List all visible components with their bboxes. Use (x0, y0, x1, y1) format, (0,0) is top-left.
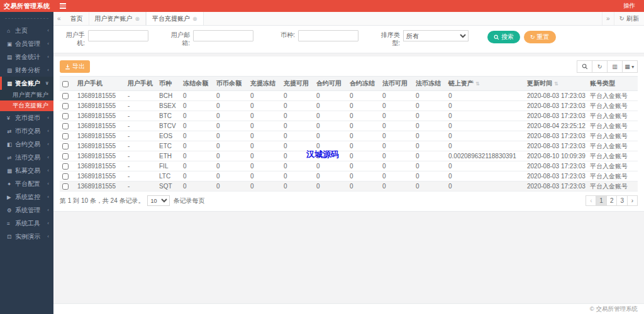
yen-icon: ¥ (7, 115, 15, 121)
row-checkbox[interactable] (62, 163, 69, 170)
sidebar-item-contract-trade[interactable]: ◧合约交易‹ (0, 138, 53, 151)
cell-phone2: - (126, 181, 158, 192)
sidebar-item-finance-analysis[interactable]: ▨财务分析‹ (0, 63, 53, 77)
cell-cz-frozen: 0 (249, 161, 282, 171)
sidebar-item-members[interactable]: ▣会员管理‹ (0, 37, 53, 50)
sort-icon[interactable]: ⇅ (554, 81, 558, 87)
sidebar-item-coin-trade[interactable]: ⇄币币交易‹ (0, 124, 53, 138)
cell-updated-at: 2020-08-10 10:09:39 (526, 151, 589, 161)
sidebar-item-fiat-trade[interactable]: ⇌法币交易‹ (0, 151, 53, 164)
cell-hy-avail: 0 (315, 91, 348, 101)
search-button[interactable]: 搜索 (487, 31, 520, 43)
tab-user-asset-accounts[interactable]: 用户资产账户⊗ (89, 12, 147, 25)
sidebar-item-platform-deposit-accounts[interactable]: 平台充提账户 (0, 100, 53, 111)
reset-button[interactable]: ↻ 重置 (524, 31, 556, 43)
sidebar-item-deposit-withdraw[interactable]: ¥充币提币‹ (0, 111, 53, 124)
sidebar-item-label: 合约交易 (15, 140, 40, 149)
cell-cz-avail: 0 (282, 151, 315, 161)
row-checkbox[interactable] (62, 93, 69, 99)
chevron-left-icon: ‹ (47, 220, 50, 226)
sidebar-item-fund-accounts[interactable]: ▦资金账户∨ (0, 77, 53, 90)
row-checkbox[interactable] (62, 123, 69, 129)
row-checkbox[interactable] (62, 153, 69, 160)
sidebar-item-platform-config[interactable]: ✦平台配置‹ (0, 177, 53, 190)
cell-cz-avail: 0 (282, 111, 315, 121)
column-header-label: 法币可用 (382, 80, 408, 87)
cell-cz-avail: 0 (282, 91, 315, 101)
tab-label: 平台充提账户 (152, 14, 190, 23)
cell-phone: 13689181555 (76, 121, 126, 131)
cell-hy-avail: 0 (315, 161, 348, 171)
sidebar-item-fund-stats[interactable]: ▤资金统计‹ (0, 50, 53, 63)
chevron-left-icon: ‹ (47, 28, 50, 33)
chevron-left-icon: ‹ (47, 168, 50, 173)
tab-platform-deposit-accounts[interactable]: 平台充提账户⊗ (146, 12, 204, 25)
table-body: 13689181555-BCH0000000002020-08-03 17:23… (60, 91, 638, 192)
export-button[interactable]: 导出 (60, 60, 90, 73)
pager-page-1[interactable]: 1 (596, 195, 607, 206)
sidebar-item-system-tools[interactable]: ≡系统工具‹ (0, 217, 53, 230)
cell-hy-avail: 0 (315, 141, 348, 151)
cell-coin: ETH (158, 151, 182, 161)
cell-cz-avail: 0 (282, 101, 315, 111)
tab-close-icon[interactable]: ⊗ (135, 16, 140, 22)
tab-list: 首页用户资产账户⊗平台充提账户⊗ (65, 12, 204, 25)
tab-home[interactable]: 首页 (65, 12, 89, 25)
chevron-left-icon: ‹ (47, 54, 50, 60)
filter-email-input[interactable] (193, 30, 253, 41)
cell-updated-at: 2020-08-03 17:23:03 (526, 161, 589, 171)
refresh-tab-button[interactable]: ↻ 刷新 (614, 12, 644, 25)
refresh-label: 刷新 (626, 14, 639, 23)
row-checkbox[interactable] (62, 173, 69, 180)
row-checkbox[interactable] (62, 113, 69, 119)
filter-sort-type-select[interactable]: 所有 (403, 30, 469, 41)
cell-fb-frozen: 0 (414, 111, 447, 121)
tab-close-icon[interactable]: ⊗ (192, 16, 197, 22)
cell-phone2: - (126, 111, 158, 121)
pager-prev[interactable]: ‹ (586, 195, 596, 206)
cell-cz-frozen: 0 (249, 171, 282, 181)
sidebar-divider (5, 18, 48, 19)
table-search-icon[interactable] (577, 60, 592, 73)
cell-hy-avail: 0 (315, 151, 348, 161)
cell-frozen-balance: 0 (182, 101, 215, 111)
page-size-select[interactable]: 10 (147, 195, 170, 206)
filter-coin: 币种: (272, 30, 358, 41)
wallet-icon: ▦ (7, 80, 15, 87)
tabs-scroll-right-icon[interactable]: » (602, 12, 614, 25)
cell-hy-frozen: 0 (348, 91, 381, 101)
cell-phone: 13689181555 (76, 91, 126, 101)
topbar-action-menu[interactable]: 操作 (623, 2, 635, 10)
sidebar-item-system-monitor[interactable]: ▶系统监控‹ (0, 190, 53, 203)
tabs-scroll-left-icon[interactable]: « (53, 12, 65, 25)
sidebar-item-label: 财务分析 (15, 66, 40, 75)
column-header-label: 充提冻结 (250, 80, 275, 87)
row-checkbox[interactable] (62, 103, 69, 109)
menu-toggle-icon[interactable] (60, 3, 66, 9)
cell-phone: 13689181555 (76, 161, 126, 171)
row-checkbox[interactable] (62, 183, 69, 190)
row-checkbox-cell (60, 101, 76, 111)
sidebar-item-home[interactable]: ⌂主页‹ (0, 24, 53, 37)
filter-coin-input[interactable] (298, 30, 358, 41)
row-checkbox[interactable] (62, 133, 69, 139)
column-header-label: 法币冻结 (416, 80, 441, 87)
table-columns-icon[interactable]: ▥ (607, 60, 623, 73)
sidebar-item-demo[interactable]: ⊡实例演示‹ (0, 230, 53, 243)
cell-bb-balance: 0 (215, 111, 249, 121)
cell-bb-balance: 0 (215, 91, 249, 101)
cell-coin: SQT (158, 181, 182, 192)
table-layout-icon[interactable]: ▦▼ (622, 60, 638, 73)
sidebar-item-private-trade[interactable]: ▩私募交易‹ (0, 164, 53, 177)
pager-next[interactable]: › (627, 195, 638, 206)
filter-phone-input[interactable] (88, 30, 148, 41)
table-refresh-icon[interactable]: ↻ (592, 60, 608, 73)
sort-icon[interactable]: ⇅ (475, 81, 480, 87)
pager-page-3[interactable]: 3 (616, 195, 628, 206)
sidebar-item-system-manage[interactable]: ⚙系统管理‹ (0, 203, 53, 217)
select-all-checkbox[interactable] (62, 81, 69, 87)
pager-page-2[interactable]: 2 (606, 195, 618, 206)
cell-hy-frozen: 0 (348, 131, 381, 141)
sidebar-item-user-asset-accounts[interactable]: 用户资产账户 (0, 90, 53, 100)
row-checkbox[interactable] (62, 143, 69, 149)
